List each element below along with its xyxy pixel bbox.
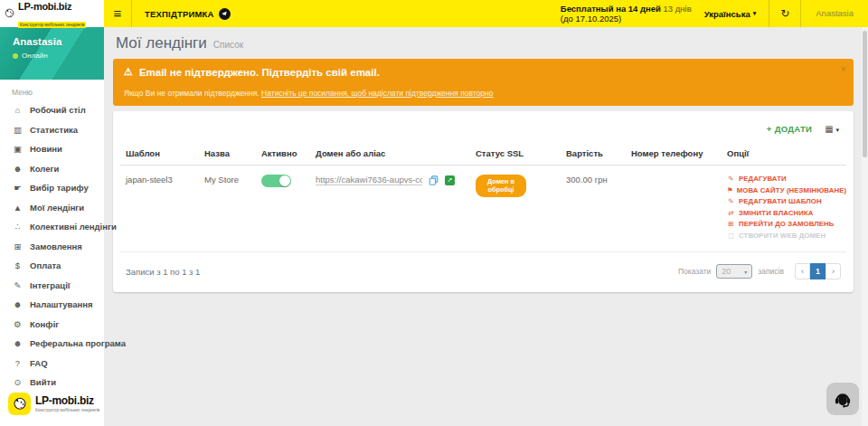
- options-list: ✎РЕДАГУВАТИ ⚑МОВА САЙТУ (НЕЗМІНЮВАНЕ) ✎Р…: [727, 175, 841, 240]
- active-toggle[interactable]: [261, 175, 291, 187]
- columns-visibility-button[interactable]: ▦ ▾: [825, 124, 839, 134]
- sidebar: LP-mobi.biz Конструктор мобільних лендин…: [0, 0, 104, 426]
- sidebar-item-referral[interactable]: ☻Реферальна програма: [0, 334, 104, 354]
- language-selector[interactable]: Українська ▾: [704, 9, 756, 19]
- col-name: Назва: [199, 143, 256, 166]
- col-template: Шаблон: [120, 143, 199, 166]
- copy-icon[interactable]: [429, 175, 439, 185]
- pagination: ‹ 1 ›: [795, 263, 841, 279]
- refresh-icon[interactable]: ↻: [769, 0, 800, 27]
- sidebar-item-payment[interactable]: $Оплата: [0, 256, 104, 276]
- telegram-icon: [219, 8, 231, 20]
- domain-icon: ◻: [727, 232, 735, 240]
- swap-icon: ⇄: [727, 209, 735, 217]
- menu-section-label: Меню: [0, 80, 104, 99]
- support-chat-widget[interactable]: [826, 383, 859, 415]
- resend-confirmation-link[interactable]: Натисніть це посилання, щоб надіслати пі…: [261, 89, 493, 98]
- config-icon: ⚙: [12, 319, 24, 329]
- cart-icon: ⊞: [727, 220, 735, 228]
- option-go-to-orders[interactable]: ⊞ПЕРЕЙТИ ДО ЗАМОВЛЕНЬ: [727, 220, 841, 228]
- referral-icon: ☻: [12, 338, 24, 348]
- cell-template: japan-steel3: [120, 166, 199, 252]
- sidebar-user-panel: Anastasia Онлайн: [0, 27, 104, 80]
- sidebar-item-collective-landings[interactable]: ∴Колективні лендінги: [0, 217, 104, 237]
- topbar-username[interactable]: Anastasia: [801, 0, 868, 27]
- statistics-icon: ▥: [12, 125, 24, 135]
- close-icon[interactable]: ×: [841, 63, 846, 74]
- trial-until: (до 17.10.2025): [561, 14, 692, 24]
- cell-active: [256, 166, 310, 252]
- sidebar-item-tariff[interactable]: ☛Вибір тарифу: [0, 178, 104, 198]
- page-subtitle: Список: [213, 40, 243, 50]
- email-warning-banner: ⚠ Email не підтверджено. Підтвердіть сві…: [113, 59, 854, 106]
- logo-tagline: Конструктор мобільних лендингів: [18, 22, 86, 28]
- cell-name: My Store: [199, 166, 256, 252]
- add-landing-button[interactable]: + ДОДАТИ: [767, 124, 812, 134]
- collective-landings-icon: ∴: [12, 222, 24, 232]
- logout-icon: ⊙: [12, 377, 24, 387]
- dashboard-icon: ⌂: [12, 105, 24, 115]
- integrations-icon: ✎: [12, 280, 24, 290]
- cell-domain: https://cakawi7636-aupvs-com-42 ↗: [310, 166, 470, 252]
- pagination-next-button[interactable]: ›: [826, 263, 841, 279]
- chevron-down-icon: ▾: [835, 127, 839, 133]
- scrollbar-track: [862, 27, 868, 426]
- option-change-owner[interactable]: ⇄ЗМІНИТИ ВЛАСНИКА: [727, 209, 841, 217]
- sidebar-item-dashboard[interactable]: ⌂Робочий стіл: [0, 100, 104, 120]
- landings-table: Шаблон Назва Активно Домен або аліас Ста…: [120, 143, 846, 252]
- sidebar-item-settings[interactable]: ☻Налаштування: [0, 295, 104, 315]
- sidebar-item-config[interactable]: ⚙Конфіг: [0, 315, 104, 335]
- option-site-language[interactable]: ⚑МОВА САЙТУ (НЕЗМІНЮВАНЕ): [727, 186, 841, 194]
- plus-icon: +: [767, 124, 772, 134]
- pagination-page-1[interactable]: 1: [810, 263, 826, 279]
- banner-text: Якщо Ви не отримали підтвердження.: [124, 89, 259, 98]
- colleagues-icon: ☻: [12, 164, 24, 174]
- orders-icon: ⊞: [12, 241, 24, 251]
- col-domain: Домен або аліас: [310, 143, 470, 166]
- news-icon: ▣: [12, 144, 24, 154]
- cell-ssl: Домен в обробці: [470, 166, 561, 252]
- page-title: Мої лендінги: [116, 34, 207, 52]
- option-edit-template[interactable]: ✎РЕДАГУВАТИ ШАБЛОН: [727, 197, 841, 205]
- sidebar-item-integrations[interactable]: ✎Інтеграції: [0, 276, 104, 296]
- sidebar-item-orders[interactable]: ⊞Замовлення: [0, 237, 104, 257]
- pagination-prev-button[interactable]: ‹: [795, 263, 810, 279]
- sidebar-item-news[interactable]: ▣Новини: [0, 139, 104, 159]
- online-status-dot: [13, 53, 18, 59]
- records-label: записів: [758, 267, 784, 276]
- logo-top[interactable]: LP-mobi.biz Конструктор мобільних лендин…: [0, 0, 104, 27]
- logo-name: LP-mobi.biz: [18, 1, 71, 12]
- tariff-icon: ☛: [12, 183, 24, 193]
- faq-icon: ?: [12, 358, 24, 368]
- sidebar-item-faq[interactable]: ?FAQ: [0, 354, 104, 374]
- table-header-row: Шаблон Назва Активно Домен або аліас Ста…: [120, 143, 846, 166]
- table-row: japan-steel3 My Store https://cakawi7636…: [120, 166, 846, 252]
- sidebar-user-status: Онлайн: [22, 52, 48, 60]
- sidebar-item-colleagues[interactable]: ☻Колеги: [0, 159, 104, 179]
- scrollbar-thumb[interactable]: [863, 31, 867, 157]
- trial-status[interactable]: Бесплатный на 14 дней 13 днів (до 17.10.…: [561, 4, 692, 24]
- records-info: Записи з 1 по 1 з 1: [126, 267, 200, 277]
- open-site-icon[interactable]: ↗: [445, 175, 455, 185]
- option-create-web-domain: ◻СТВОРИТИ WEB ДОМЕН: [727, 232, 841, 240]
- sidebar-menu: ⌂Робочий стіл ▥Статистика ▣Новини ☻Колег…: [0, 100, 104, 393]
- payment-icon: $: [12, 260, 24, 270]
- logo-bottom[interactable]: LP-mobi.biz Конструктор мобільних лендин…: [8, 393, 99, 415]
- domain-link[interactable]: https://cakawi7636-aupvs-com-42: [316, 175, 422, 185]
- option-edit[interactable]: ✎РЕДАГУВАТИ: [727, 175, 841, 183]
- sidebar-item-statistics[interactable]: ▥Статистика: [0, 120, 104, 140]
- sidebar-user-name: Anastasia: [13, 36, 104, 47]
- support-button[interactable]: ТЕХПІДТРИМКА: [132, 0, 243, 27]
- sidebar-item-my-landings[interactable]: ▲Мої лендінги: [0, 198, 104, 218]
- app-window: LP-mobi.biz Конструктор мобільних лендин…: [0, 0, 868, 426]
- topbar: ≡ ТЕХПІДТРИМКА Бесплатный на 14 дней 13 …: [104, 0, 868, 27]
- col-options: Опції: [722, 143, 846, 166]
- banner-title: Email не підтверджено. Підтвердіть свій …: [139, 67, 380, 78]
- cell-phone: [626, 166, 722, 252]
- page-size-select[interactable]: 20 ▾: [716, 264, 752, 279]
- hamburger-menu-icon[interactable]: ≡: [104, 0, 131, 27]
- col-ssl: Статус SSL: [470, 143, 561, 166]
- headset-icon: [833, 389, 853, 409]
- my-landings-icon: ▲: [12, 203, 24, 213]
- sidebar-item-logout[interactable]: ⊙Вийти: [0, 373, 104, 393]
